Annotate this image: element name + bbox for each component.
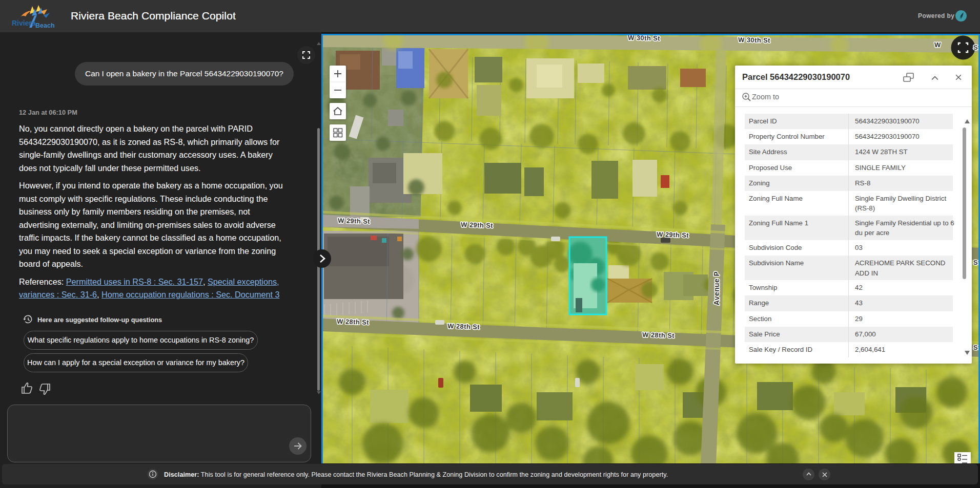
svg-text:W 28th St: W 28th St: [447, 322, 480, 331]
svg-text:W 28th St: W 28th St: [337, 317, 370, 326]
svg-text:W 29th St: W 29th St: [461, 221, 494, 229]
svg-text:W: W: [934, 41, 941, 49]
svg-text:Beach: Beach: [35, 22, 55, 29]
svg-text:Riviera: Riviera: [12, 19, 36, 27]
svg-text:W 29th St: W 29th St: [338, 217, 371, 225]
svg-text:W 29th St: W 29th St: [657, 230, 689, 239]
svg-text:Avenue P: Avenue P: [712, 271, 721, 305]
svg-text:W 28th St: W 28th St: [642, 331, 675, 340]
svg-text:W 30th St: W 30th St: [738, 36, 770, 44]
